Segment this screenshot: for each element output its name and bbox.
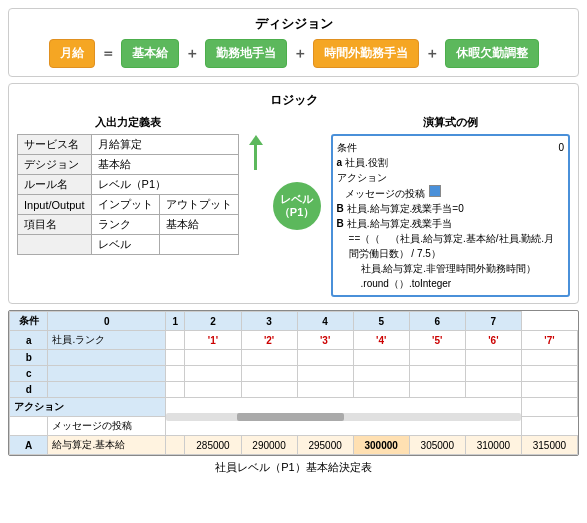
logic-section: ロジック 入出力定義表 サービス名 月給算定 デシジョン 基本給 ルール名: [8, 83, 579, 304]
table-row: デシジョン 基本給: [18, 155, 239, 175]
th-4: 4: [297, 312, 353, 331]
io-value: ランク: [91, 215, 159, 235]
io-value: レベル（P1）: [91, 175, 238, 195]
decision-section: ディシジョン 月給 ＝ 基本給 ＋ 勤務地手当 ＋ 時間外勤務手当 ＋ 休暇欠勤…: [8, 8, 579, 77]
table-row: b: [10, 350, 578, 366]
table-caption: 社員レベル（P1）基本給決定表: [8, 460, 579, 475]
table-row: d: [10, 382, 578, 398]
cell-c-0: [166, 366, 185, 382]
cell-c-3: [297, 366, 353, 382]
cell-d-6: [465, 382, 521, 398]
plus2: ＋: [293, 45, 307, 63]
table-row: アクション: [10, 398, 578, 417]
expr-formula2: 社員.給与算定.非管理時間外勤務時間）: [337, 261, 564, 276]
expr-section: 演算式の例 条件 0 a 社員.役割 アクション メッセージの投稿 B 社員.給…: [331, 115, 570, 297]
cell-b-3: [297, 350, 353, 366]
absence-adjustment-box: 休暇欠勤調整: [445, 39, 539, 68]
row-letter-A: A: [10, 436, 48, 455]
io-label: [18, 235, 92, 255]
base-salary-box: 基本給: [121, 39, 179, 68]
row-letter-a: a: [10, 331, 48, 350]
cell-c-1: [185, 366, 241, 382]
th-condition: 条件: [10, 312, 48, 331]
io-label: 項目名: [18, 215, 92, 235]
row-letter-c: c: [10, 366, 48, 382]
expr-label: 条件: [337, 140, 357, 155]
th-6: 6: [409, 312, 465, 331]
table-row: ルール名 レベル（P1）: [18, 175, 239, 195]
arrow-up-icon: [249, 135, 263, 145]
th-0: 0: [48, 312, 166, 331]
logic-inner: 入出力定義表 サービス名 月給算定 デシジョン 基本給 ルール名 レベル（P1）: [17, 115, 570, 297]
io-table: サービス名 月給算定 デシジョン 基本給 ルール名 レベル（P1） Input/…: [17, 134, 239, 255]
cell-a-7: '6': [465, 331, 521, 350]
logic-title: ロジック: [17, 92, 570, 109]
plus1: ＋: [185, 45, 199, 63]
table-row: Input/Output インプット アウトプット: [18, 195, 239, 215]
cell-A-7: 315000: [521, 436, 577, 455]
overtime-allowance-box: 時間外勤務手当: [313, 39, 419, 68]
cell-b-6: [465, 350, 521, 366]
cell-A-1: 285000: [185, 436, 241, 455]
cell-a-2: '1': [185, 331, 241, 350]
decision-title: ディシジョン: [19, 15, 568, 33]
decision-table-container: 条件 0 1 2 3 4 5 6 7 a 社員.ランク '1': [8, 310, 579, 456]
location-allowance-box: 勤務地手当: [205, 39, 287, 68]
cell-a-4: '3': [297, 331, 353, 350]
cell-A-0: [166, 436, 185, 455]
cell-b-2: [241, 350, 297, 366]
cell-d-7: [521, 382, 577, 398]
cell-d-0: [166, 382, 185, 398]
io-value: [159, 235, 238, 255]
io-label: Input/Output: [18, 195, 92, 215]
expr-row-b1: B: [337, 201, 344, 216]
arrow-line: [254, 145, 257, 170]
cell-c-7: [521, 366, 577, 382]
cell-c-5: [409, 366, 465, 382]
table-row: a 社員.ランク '1' '2' '3' '4' '5' '6' '7': [10, 331, 578, 350]
cell-d-4: [353, 382, 409, 398]
formula-row: 月給 ＝ 基本給 ＋ 勤務地手当 ＋ 時間外勤務手当 ＋ 休暇欠勤調整: [19, 39, 568, 68]
message-empty: [10, 417, 48, 436]
expr-row-a: a: [337, 155, 343, 170]
expr-row-b2: B: [337, 216, 344, 231]
th-2: 2: [185, 312, 241, 331]
expr-value: 0: [558, 140, 564, 155]
io-section: 入出力定義表 サービス名 月給算定 デシジョン 基本給 ルール名 レベル（P1）: [17, 115, 239, 255]
io-value: 月給算定: [91, 135, 238, 155]
scrollbar[interactable]: [166, 413, 521, 421]
cell-a-1: [166, 331, 185, 350]
plus3: ＋: [425, 45, 439, 63]
table-row: A 給与算定.基本給 285000 290000 295000 300000 3…: [10, 436, 578, 455]
cell-b-5: [409, 350, 465, 366]
cell-b-1: [185, 350, 241, 366]
level-badge: レベル（P1）: [273, 182, 321, 230]
io-label: デシジョン: [18, 155, 92, 175]
cell-d-3: [297, 382, 353, 398]
io-label: ルール名: [18, 175, 92, 195]
io-value: アウトプット: [159, 195, 238, 215]
cell-c-6: [465, 366, 521, 382]
th-1: 1: [166, 312, 185, 331]
cell-a-5: '4': [353, 331, 409, 350]
cell-b-4: [353, 350, 409, 366]
io-label: サービス名: [18, 135, 92, 155]
message-label: メッセージの投稿: [48, 417, 166, 436]
scrollbar-thumb[interactable]: [237, 413, 343, 421]
expr-title: 演算式の例: [331, 115, 570, 130]
expr-formula1: ==（（ （社員.給与算定.基本給/社員.勤続.月間労働日数） / 7.5）: [337, 231, 564, 261]
row-label-d: [48, 382, 166, 398]
io-table-title: 入出力定義表: [17, 115, 239, 130]
cell-A-5: 305000: [409, 436, 465, 455]
row-label-rank: 社員.ランク: [48, 331, 166, 350]
table-row: サービス名 月給算定: [18, 135, 239, 155]
th-3: 3: [241, 312, 297, 331]
cell-b-7: [521, 350, 577, 366]
checkbox-icon[interactable]: [429, 185, 441, 197]
cell-A-3: 295000: [297, 436, 353, 455]
level-text: レベル（P1）: [279, 193, 314, 219]
expr-box: 条件 0 a 社員.役割 アクション メッセージの投稿 B 社員.給与算定.残業…: [331, 134, 570, 297]
table-row: c: [10, 366, 578, 382]
arrow-section: [249, 115, 263, 170]
io-value: レベル: [91, 235, 159, 255]
